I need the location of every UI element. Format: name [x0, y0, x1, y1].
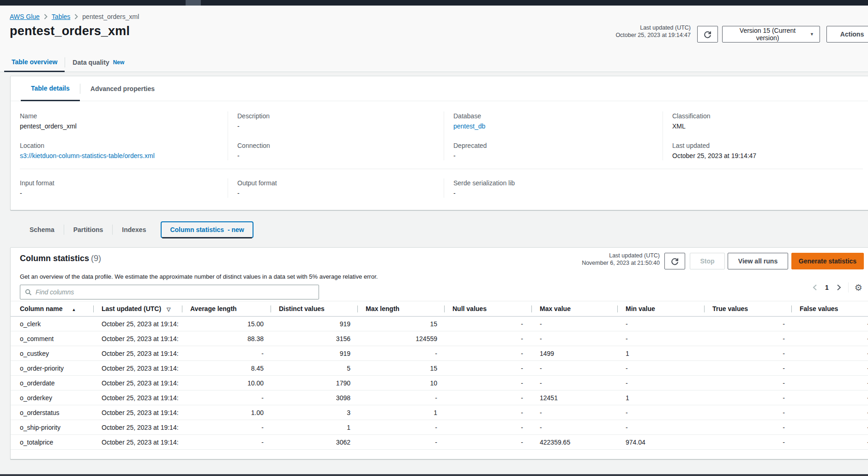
- header-label: Column name: [20, 305, 63, 312]
- cell-min_value: 1: [617, 394, 704, 402]
- cell-max_value: -: [531, 320, 617, 328]
- top-bar-notch: [186, 0, 201, 6]
- find-columns-search[interactable]: [20, 285, 319, 299]
- field-label: Connection: [237, 141, 434, 150]
- cell-updated: October 25, 2023 at 19:14:: [93, 439, 182, 446]
- stats-header: Column statistics (9) Last updated (UTC)…: [11, 248, 868, 270]
- generate-statistics-button[interactable]: Generate statistics: [791, 253, 864, 269]
- header-average-length: Average length: [182, 305, 271, 312]
- details-col-1: Name pentest_orders_xml Location s3://ki…: [11, 111, 228, 160]
- cell-avg_length: 8.45: [182, 365, 271, 372]
- cell-name: o_orderdate: [11, 379, 93, 387]
- field-location: Location s3://kietduon-column-statistics…: [20, 141, 218, 160]
- header-null-values: Null values: [444, 305, 531, 312]
- subtab-table-details[interactable]: Table details: [21, 76, 80, 101]
- tab-column-statistics[interactable]: Column statistics - new: [161, 221, 253, 238]
- tab-data-quality[interactable]: Data quality New: [65, 53, 132, 72]
- cell-distinct: 5: [271, 365, 357, 372]
- field-value: -: [237, 122, 434, 131]
- cell-nulls: -: [444, 394, 531, 402]
- header-max-length: Max length: [357, 305, 444, 312]
- cell-max_length: -: [357, 424, 444, 431]
- main-tabs: Table overview Data quality New: [0, 53, 868, 72]
- field-label: Deprecated: [453, 141, 653, 150]
- header-last-updated[interactable]: Last updated (UTC)▽: [93, 305, 182, 312]
- cell-distinct: 919: [271, 350, 357, 357]
- cell-avg_length: 15.00: [182, 320, 271, 328]
- breadcrumb-link-tables[interactable]: Tables: [52, 13, 70, 20]
- cell-true_values: -: [704, 409, 791, 416]
- cell-max_length: -: [357, 394, 444, 402]
- cell-name: o_comment: [11, 335, 93, 342]
- field-deprecated: Deprecated -: [453, 141, 653, 160]
- cell-max_value: -: [531, 424, 617, 431]
- cell-avg_length: -: [182, 394, 271, 402]
- pagination-next-icon[interactable]: [836, 283, 842, 292]
- cell-min_value: 974.04: [617, 439, 704, 446]
- field-database: Database pentest_db: [453, 111, 653, 131]
- section-tabs: Schema Partitions Indexes Column statist…: [10, 220, 868, 240]
- cell-max_value: -: [531, 365, 617, 372]
- tab-table-overview-label: Table overview: [12, 58, 57, 66]
- cell-distinct: 3: [271, 409, 357, 416]
- database-link[interactable]: pentest_db: [453, 122, 485, 130]
- details-col-3: Database pentest_db Deprecated -: [444, 111, 663, 160]
- tab-table-overview[interactable]: Table overview: [4, 53, 65, 72]
- pagination-page-1[interactable]: 1: [824, 284, 830, 291]
- actions-dropdown-button[interactable]: Actions ▼: [826, 26, 868, 43]
- cell-nulls: -: [444, 365, 531, 372]
- details-grid-formats: Input format - Output format - Serde ser…: [11, 169, 868, 210]
- version-dropdown[interactable]: Version 15 (Current version) ▼: [722, 26, 820, 43]
- cell-name: o_order-priority: [11, 365, 93, 372]
- settings-gear-icon[interactable]: ⚙: [855, 283, 862, 292]
- cell-name: o_orderstatus: [11, 409, 93, 416]
- cell-false_values: -: [791, 409, 868, 416]
- cell-max_value: 12451: [531, 394, 617, 402]
- cell-nulls: -: [444, 409, 531, 416]
- table-header-row: Column name▲ Last updated (UTC)▽ Average…: [11, 301, 868, 317]
- field-output-format: Output format -: [237, 178, 434, 198]
- cell-name: o_totalprice: [11, 439, 93, 446]
- browser-top-bar: [0, 0, 868, 6]
- field-last-updated: Last updated October 25, 2023 at 19:14:4…: [672, 141, 863, 160]
- search-input[interactable]: [36, 288, 314, 296]
- header-last-updated-value: October 25, 2023 at 19:14:47: [554, 31, 691, 39]
- cell-max_length: 15: [357, 320, 444, 328]
- tab-schema[interactable]: Schema: [20, 221, 64, 238]
- subtab-advanced-properties[interactable]: Advanced properties: [80, 76, 165, 101]
- view-all-runs-button[interactable]: View all runs: [728, 253, 788, 269]
- cell-true_values: -: [704, 335, 791, 342]
- column-statistics-table: Column name▲ Last updated (UTC)▽ Average…: [11, 301, 868, 450]
- header-max-value: Max value: [531, 305, 617, 312]
- title-row: pentest_orders_xml Last updated (UTC) Oc…: [0, 24, 868, 45]
- header-true-values: True values: [704, 305, 791, 312]
- header-column-name[interactable]: Column name▲: [11, 305, 93, 312]
- cell-distinct: 3062: [271, 439, 357, 446]
- table-row: o_commentOctober 25, 2023 at 19:14:88.38…: [11, 331, 868, 346]
- cell-avg_length: -: [182, 439, 271, 446]
- header-distinct-values: Distinct values: [271, 305, 357, 312]
- header-last-updated: Last updated (UTC) October 25, 2023 at 1…: [554, 24, 691, 39]
- refresh-button[interactable]: [697, 26, 718, 43]
- breadcrumb-link-aws-glue[interactable]: AWS Glue: [10, 13, 40, 20]
- field-label: Name: [20, 111, 218, 121]
- cell-true_values: -: [704, 320, 791, 328]
- cell-updated: October 25, 2023 at 19:14:: [93, 335, 182, 342]
- cell-false_values: -: [791, 335, 868, 342]
- field-label: Input format: [20, 178, 218, 188]
- stats-refresh-button[interactable]: [664, 253, 685, 269]
- header-label: Min value: [626, 305, 655, 312]
- cell-min_value: -: [617, 379, 704, 387]
- cell-nulls: -: [444, 379, 531, 387]
- cell-distinct: 919: [271, 320, 357, 328]
- tab-indexes[interactable]: Indexes: [113, 221, 155, 238]
- location-link[interactable]: s3://kietduon-column-statistics-table/or…: [20, 152, 155, 159]
- pagination-previous-icon[interactable]: [812, 283, 818, 292]
- stop-button[interactable]: Stop: [690, 253, 725, 269]
- cell-max_value: -: [531, 409, 617, 416]
- details-grid: Name pentest_orders_xml Location s3://ki…: [11, 101, 868, 169]
- tab-partitions[interactable]: Partitions: [64, 221, 113, 238]
- stats-title: Column statistics: [20, 254, 89, 263]
- field-label: Serde serialization lib: [453, 178, 863, 188]
- cell-name: o_clerk: [11, 320, 93, 328]
